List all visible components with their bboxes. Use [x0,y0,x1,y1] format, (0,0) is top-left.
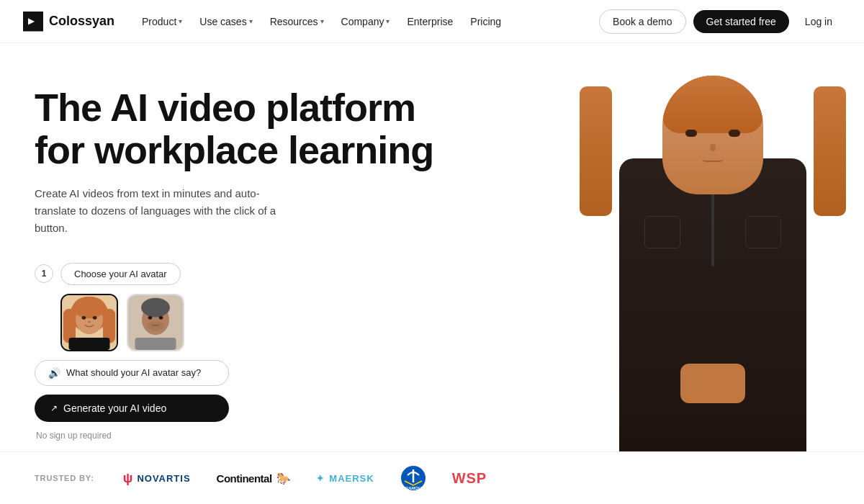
person-head [662,76,763,194]
continental-logo: Continental 🐎 [217,472,291,485]
navbar: Colossyan Product ▾ Use cases ▾ Resource… [0,0,864,43]
chevron-down-icon: ▾ [179,17,182,25]
maersk-logo: ✦ MAERSK [316,473,374,484]
hair-right [814,86,846,216]
trusted-logos: ψ NOVARTIS Continental 🐎 ✦ MAERSK PARAMO… [123,465,487,491]
step-badge: 1 [35,264,53,283]
hero-section: The AI video platform for workplace lear… [0,43,864,504]
wsp-logo: WSP [452,470,487,487]
svg-point-6 [82,316,86,320]
nav-right: Book a demo Get started free Log in [599,9,841,34]
person-hair-top [662,76,763,133]
hero-right [475,43,864,504]
novartis-icon: ψ [123,471,133,486]
nav-pricing[interactable]: Pricing [463,12,508,32]
novartis-logo: ψ NOVARTIS [123,471,191,486]
hero-subtitle: Create AI videos from text in minutes an… [35,185,301,237]
get-started-button[interactable]: Get started free [693,10,789,33]
step-row: 1 Choose your AI avatar [35,263,265,285]
svg-point-7 [93,316,97,320]
nav-resources[interactable]: Resources ▾ [263,12,331,32]
svg-text:PARAMOUNT: PARAMOUNT [400,486,426,490]
generate-video-button[interactable]: ↗ Generate your AI video [35,395,229,422]
book-demo-button[interactable]: Book a demo [599,9,686,34]
avatar-say-button[interactable]: 🔊 What should your AI avatar say? [35,360,229,386]
hero-title: The AI video platform for workplace lear… [35,86,475,172]
svg-rect-9 [69,338,110,350]
external-link-icon: ↗ [50,403,58,413]
hair-left [580,86,612,216]
logo-text: Colossyan [49,14,114,29]
nav-product[interactable]: Product ▾ [135,12,189,32]
trusted-section: TRUSTED BY: ψ NOVARTIS Continental 🐎 ✦ M… [0,451,864,504]
nav-left: Colossyan Product ▾ Use cases ▾ Resource… [23,12,508,32]
avatar-female[interactable] [60,294,118,351]
nav-company[interactable]: Company ▾ [334,12,397,32]
paramount-icon: PARAMOUNT [400,465,426,491]
svg-point-12 [141,298,170,318]
svg-rect-16 [135,338,176,350]
demo-ui-card: 1 Choose your AI avatar [35,263,265,441]
hero-left: The AI video platform for workplace lear… [0,43,475,504]
svg-point-14 [159,316,163,320]
chevron-down-icon: ▾ [249,17,253,25]
logo-icon [23,12,43,32]
person-hands [680,364,745,403]
avatar-male[interactable] [127,294,184,351]
svg-point-8 [88,320,91,323]
no-signup-label: No sign up required [35,431,265,441]
avatars-row [35,294,265,351]
trusted-label: TRUSTED BY: [35,474,94,482]
login-button[interactable]: Log in [796,10,841,33]
nav-links: Product ▾ Use cases ▾ Resources ▾ Compan… [135,12,508,32]
chevron-down-icon: ▾ [320,17,324,25]
ai-person-figure [590,72,835,504]
maersk-star-icon: ✦ [316,473,325,484]
nav-use-cases[interactable]: Use cases ▾ [192,12,259,32]
logo[interactable]: Colossyan [23,12,114,32]
nav-enterprise[interactable]: Enterprise [400,12,460,32]
microphone-icon: 🔊 [48,367,60,379]
choose-avatar-button[interactable]: Choose your AI avatar [60,263,181,285]
paramount-logo: PARAMOUNT [400,465,426,491]
svg-point-3 [73,297,106,318]
chevron-down-icon: ▾ [386,17,390,25]
svg-point-13 [148,316,153,320]
